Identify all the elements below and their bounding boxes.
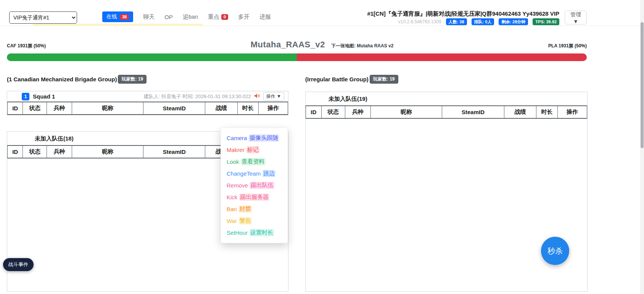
top-nav: 在线 38 聊天 OP 追ban 重点 0 多开 进服	[102, 11, 271, 22]
column-header: 状态	[23, 145, 47, 158]
tps-badge: TPS: 39.92	[533, 18, 559, 25]
context-menu-item-zh: 封禁	[239, 205, 252, 213]
context-menu-item-makrer[interactable]: Makrer标记	[221, 144, 288, 156]
nav-chat[interactable]: 聊天	[143, 13, 155, 21]
online-count-badge: 38	[120, 14, 129, 20]
column-header: ID	[8, 102, 23, 115]
squad-1-header: 1 Squad 1 建队人: 抖音兔子 时间: 2026-01-31 09:13…	[7, 91, 288, 102]
current-map-title: Mutaha_RAAS_v2	[251, 40, 325, 50]
column-header: 操作	[557, 106, 587, 118]
context-menu-item-zh: 踢出队伍	[250, 182, 274, 189]
player-action-context-menu: Camera摄像头跟随Makrer标记Look查看资料ChangeTeam跳边R…	[221, 128, 288, 243]
context-menu-item-zh: 设置时长	[250, 229, 274, 236]
table-header-row: ID状态兵种昵称SteamID战绩时长操作	[8, 102, 288, 115]
caf-progress-segment	[7, 53, 297, 61]
context-menu-item-zh: 跳边	[262, 170, 275, 177]
squad-index-badge: 1	[22, 93, 29, 100]
server-select[interactable]: VIP兔子通宵#1	[9, 11, 77, 24]
context-menu-item-sethour[interactable]: SetHour设置时长	[221, 227, 288, 239]
context-menu-item-changeteam[interactable]: ChangeTeam跳边	[221, 168, 288, 179]
column-header: ID	[8, 145, 23, 158]
column-header: 状态	[23, 102, 47, 115]
time-remaining-badge: 剩余: 28分钟	[499, 18, 528, 25]
right-faction-name: (Irregular Battle Group)	[305, 76, 369, 82]
column-header: ID	[306, 106, 322, 118]
column-header: 兵种	[345, 106, 370, 118]
table-header-row: ID状态兵种昵称SteamID战绩时长操作	[306, 106, 587, 118]
left-faction-header: (1 Canadian Mechanized Brigade Group) 玩家…	[7, 75, 147, 84]
focus-count-badge: 0	[221, 14, 228, 20]
column-header: 时长	[237, 102, 258, 115]
scrollbar-thumb[interactable]	[641, 22, 644, 148]
context-menu-item-zh: 警告	[239, 217, 252, 225]
column-header: 操作	[258, 102, 288, 115]
context-menu-item-en: Remove	[227, 182, 248, 189]
top-bar: VIP兔子通宵#1 在线 38 聊天 OP 追ban 重点 0 多开 进服 #1…	[0, 0, 644, 26]
nav-join-server[interactable]: 进服	[259, 13, 271, 21]
nav-multi[interactable]: 多开	[238, 13, 250, 21]
squad-creator-info: 建队人: 抖音兔子 时间: 2026-01-31 09:13:30.022	[144, 93, 251, 100]
right-player-count-badge: 玩家数: 19	[370, 75, 398, 84]
column-header: 兵种	[47, 102, 72, 115]
column-header: 昵称	[370, 106, 442, 118]
context-menu-item-war[interactable]: War警告	[221, 215, 288, 227]
context-menu-item-en: Kick	[227, 194, 237, 200]
context-menu-item-kick[interactable]: Kick踢出服务器	[221, 191, 288, 203]
players-count-badge: 人数: 38	[446, 18, 467, 25]
context-menu-item-ban[interactable]: Ban封禁	[221, 203, 288, 215]
context-menu-item-en: Makrer	[227, 147, 245, 153]
next-map-text: 下一张地图: Mutaha RAAS v2	[331, 43, 393, 49]
ticket-progress-bar	[7, 53, 587, 61]
nav-online-label: 在线	[106, 13, 117, 20]
manage-button[interactable]: 管理 ▼	[565, 11, 587, 24]
column-header: 战绩	[504, 106, 536, 118]
nav-focus[interactable]: 重点 0	[208, 13, 228, 21]
right-unassigned-title: 未加入队伍(19)	[306, 92, 587, 105]
squad-action-button[interactable]: 操作 ▼	[263, 92, 284, 101]
server-title: #1[CN]『兔子通宵服』|萌新对战|轻规无压家|Q群940462463 Yy4…	[367, 10, 559, 18]
squad-1-card: 1 Squad 1 建队人: 抖音兔子 时间: 2026-01-31 09:13…	[7, 91, 288, 115]
column-header: 昵称	[72, 145, 143, 158]
context-menu-item-camera[interactable]: Camera摄像头跟随	[221, 132, 288, 144]
context-menu-item-en: ChangeTeam	[227, 170, 261, 177]
squad-name: Squad 1	[33, 93, 55, 100]
context-menu-item-zh: 查看资料	[241, 158, 266, 165]
context-menu-item-en: Camera	[227, 135, 247, 141]
right-faction-header: (Irregular Battle Group) 玩家数: 19	[305, 75, 398, 84]
context-menu-item-zh: 摄像头跟随	[249, 134, 279, 142]
context-menu-item-en: Ban	[227, 206, 237, 212]
nav-chase-ban[interactable]: 追ban	[183, 13, 198, 21]
page-scrollbar[interactable]	[640, 0, 644, 294]
context-menu-item-en: SetHour	[227, 229, 248, 236]
context-menu-item-zh: 踢出服务器	[239, 194, 269, 201]
right-unassigned-table: ID状态兵种昵称SteamID战绩时长操作	[306, 105, 587, 119]
column-header: SteamID	[143, 102, 205, 115]
nav-online-button[interactable]: 在线 38	[102, 11, 133, 22]
context-menu-item-look[interactable]: Look查看资料	[221, 156, 288, 168]
nav-op[interactable]: OP	[164, 14, 173, 20]
speaker-icon[interactable]	[254, 93, 260, 100]
seckill-button[interactable]: 秒杀	[541, 237, 569, 265]
pla-progress-segment	[297, 53, 587, 61]
context-menu-item-zh: 标记	[246, 146, 259, 153]
column-header: SteamID	[143, 145, 205, 158]
squad-meta: 建队人: 抖音兔子 时间: 2026-01-31 09:13:30.022 操作…	[144, 92, 284, 101]
map-header: Mutaha_RAAS_v2 下一张地图: Mutaha RAAS v2	[0, 40, 644, 50]
context-menu-item-en: War	[227, 218, 237, 224]
admin-panel-page: VIP兔子通宵#1 在线 38 聊天 OP 追ban 重点 0 多开 进服 #1…	[0, 0, 644, 294]
column-header: 时长	[536, 106, 557, 118]
next-map-label: 下一张地图:	[331, 43, 356, 48]
battle-events-button[interactable]: 战斗事件	[3, 258, 34, 271]
column-header: 兵种	[47, 145, 72, 158]
left-faction-name: (1 Canadian Mechanized Brigade Group)	[7, 76, 117, 82]
server-info: #1[CN]『兔子通宵服』|萌新对战|轻规无压家|Q群940462463 Yy4…	[367, 10, 559, 25]
column-header: SteamID	[442, 106, 504, 118]
context-menu-item-remove[interactable]: Remove踢出队伍	[221, 179, 288, 191]
column-header: 战绩	[205, 102, 238, 115]
server-version: v10.2.6.546763.1309	[398, 19, 441, 24]
context-menu-item-en: Look	[227, 158, 239, 165]
column-header: 状态	[321, 106, 345, 118]
announcement-strip	[33, 24, 203, 26]
nav-focus-label: 重点	[208, 13, 219, 21]
left-player-count-badge: 玩家数: 19	[118, 75, 147, 84]
